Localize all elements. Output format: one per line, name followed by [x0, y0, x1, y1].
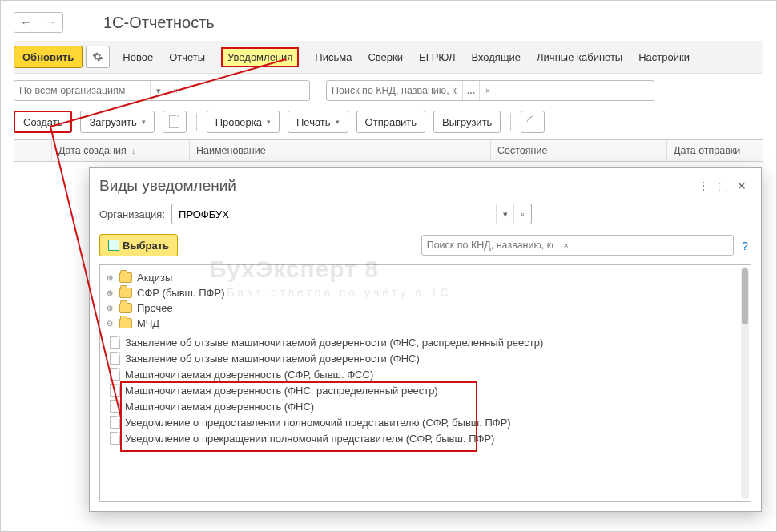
select-button-label: Выбрать — [123, 240, 169, 252]
send-button[interactable]: Отправить — [356, 111, 425, 133]
col-sent-label: Дата отправки — [674, 145, 740, 156]
tree-item[interactable]: Машиночитаемая доверенность (ФНС, распре… — [110, 384, 741, 397]
forward-button[interactable]: → — [38, 13, 62, 32]
nav-cabinets[interactable]: Личные кабинеты — [537, 51, 622, 63]
paperclip-icon: ⌒ — [524, 112, 543, 131]
org-field-open-icon[interactable]: ▫ — [513, 204, 531, 224]
dialog-search-combo[interactable]: × — [421, 235, 734, 256]
grid-header: Дата создания ↓ Наименование Состояние Д… — [14, 139, 763, 162]
tree-folder-sfr[interactable]: ⊕СФР (бывш. ПФР) — [105, 287, 746, 299]
org-filter-input[interactable] — [14, 85, 150, 96]
main-toolbar: Обновить Новое Отчеты Уведомления Письма… — [14, 41, 763, 74]
separator — [510, 113, 511, 131]
expand-icon[interactable]: ⊕ — [105, 288, 115, 297]
tree-item[interactable]: Машиночитаемая доверенность (СФР, бывш. … — [110, 368, 741, 381]
col-name[interactable]: Наименование — [190, 140, 491, 161]
tree-item[interactable]: Уведомление о прекращении полномочий пре… — [110, 432, 741, 445]
nav-notifications[interactable]: Уведомления — [221, 47, 299, 67]
col-state[interactable]: Состояние — [491, 140, 667, 161]
dialog-more-icon[interactable]: ⋮ — [694, 176, 713, 195]
folder-icon — [119, 303, 132, 313]
expand-icon[interactable]: ⊕ — [105, 273, 115, 282]
tree-item[interactable]: Заявление об отзыве машиночитаемой довер… — [110, 336, 741, 349]
tree-label: Акцизы — [137, 272, 172, 284]
create-button[interactable]: Создать — [14, 111, 72, 133]
folder-icon — [119, 272, 132, 283]
tree-label: Заявление об отзыве машиночитаемой довер… — [125, 337, 543, 349]
actions-toolbar: Создать Загрузить Проверка Печать Отправ… — [14, 104, 763, 139]
tree-label: Заявление об отзыве машиночитаемой довер… — [125, 353, 420, 365]
nav-reports[interactable]: Отчеты — [169, 51, 205, 63]
dialog-org-row: Организация: ▾ ▫ — [90, 199, 761, 229]
document-icon — [169, 115, 179, 128]
tree-label: Уведомление о прекращении полномочий пре… — [125, 433, 494, 445]
col-sent[interactable]: Дата отправки — [667, 140, 763, 161]
nav-letters[interactable]: Письма — [315, 51, 352, 63]
dialog-close-icon[interactable]: ✕ — [732, 176, 751, 195]
dialog-action-row: Выбрать × ? — [90, 229, 761, 261]
titlebar: ← → 1С-Отчетность — [14, 9, 763, 41]
tree-label: Уведомление о предоставлении полномочий … — [125, 417, 511, 429]
print-button[interactable]: Печать — [288, 111, 348, 133]
dialog-maximize-icon[interactable]: ▢ — [713, 176, 732, 195]
dialog-titlebar: Виды уведомлений ⋮ ▢ ✕ — [90, 168, 761, 199]
load-button[interactable]: Загрузить — [80, 111, 154, 133]
tree-label: СФР (бывш. ПФР) — [137, 287, 224, 299]
org-filter-dropdown-icon[interactable]: ▾ — [151, 86, 167, 96]
search-clear-icon[interactable]: × — [480, 86, 496, 95]
nav-reconciliations[interactable]: Сверки — [368, 51, 403, 63]
check-button[interactable]: Проверка — [207, 111, 280, 133]
document-icon — [110, 400, 120, 413]
scrollbar-thumb[interactable] — [742, 268, 748, 324]
tree-folder-other[interactable]: ⊕Прочее — [105, 302, 746, 314]
document-icon — [110, 336, 120, 349]
search-more-icon[interactable]: … — [463, 86, 479, 95]
tree-container: ⊕Акцизы ⊕СФР (бывш. ПФР) ⊕Прочее ⊖МЧД За… — [99, 264, 751, 502]
col-date-label: Дата создания — [58, 145, 127, 156]
collapse-icon[interactable]: ⊖ — [105, 319, 115, 328]
refresh-button[interactable]: Обновить — [14, 46, 83, 68]
search-input[interactable] — [327, 85, 462, 96]
dialog-search-clear-icon[interactable]: × — [558, 240, 574, 250]
search-combo[interactable]: … × — [326, 80, 654, 101]
org-field-dropdown-icon[interactable]: ▾ — [496, 204, 513, 224]
dialog-search-input[interactable] — [422, 240, 558, 251]
expand-icon[interactable]: ⊕ — [105, 304, 115, 312]
tree-item[interactable]: Машиночитаемая доверенность (ФНС) — [110, 400, 741, 413]
nav-arrows: ← → — [14, 12, 63, 33]
org-filter-clear-icon[interactable]: × — [167, 86, 183, 95]
tree-folder-excise[interactable]: ⊕Акцизы — [105, 272, 746, 284]
gear-icon — [92, 51, 103, 62]
page-title: 1С-Отчетность — [103, 14, 215, 32]
back-button[interactable]: ← — [14, 13, 38, 32]
col-state-label: Состояние — [497, 145, 547, 156]
org-field-input[interactable] — [172, 208, 496, 220]
org-filter-combo[interactable]: ▾ × — [14, 80, 310, 101]
org-field[interactable]: ▾ ▫ — [171, 204, 532, 224]
tree-label: МЧД — [137, 317, 159, 329]
file-icon-button[interactable] — [163, 111, 187, 133]
help-icon[interactable]: ? — [739, 239, 751, 252]
folder-icon — [119, 318, 132, 328]
notification-types-dialog: Виды уведомлений ⋮ ▢ ✕ Организация: ▾ ▫ … — [89, 167, 762, 512]
select-icon — [108, 240, 119, 251]
select-button[interactable]: Выбрать — [99, 234, 178, 256]
document-icon — [110, 416, 120, 429]
nav-egrul[interactable]: ЕГРЮЛ — [419, 51, 455, 63]
export-button[interactable]: Выгрузить — [433, 111, 501, 133]
document-icon — [110, 368, 120, 381]
document-icon — [110, 384, 120, 397]
attach-button[interactable]: ⌒ — [521, 111, 545, 133]
dialog-title: Виды уведомлений — [99, 177, 694, 195]
separator — [196, 113, 197, 131]
nav-incoming[interactable]: Входящие — [471, 51, 521, 63]
col-marker[interactable] — [14, 140, 52, 161]
nav-new[interactable]: Новое — [123, 51, 153, 63]
tree-scrollbar[interactable] — [741, 267, 749, 499]
col-date[interactable]: Дата создания ↓ — [52, 140, 190, 161]
settings-gear-button[interactable] — [86, 46, 110, 68]
tree-item[interactable]: Заявление об отзыве машиночитаемой довер… — [110, 352, 741, 365]
tree-item[interactable]: Уведомление о предоставлении полномочий … — [110, 416, 741, 429]
nav-settings[interactable]: Настройки — [638, 51, 690, 63]
tree-folder-mchd[interactable]: ⊖МЧД — [105, 317, 746, 329]
